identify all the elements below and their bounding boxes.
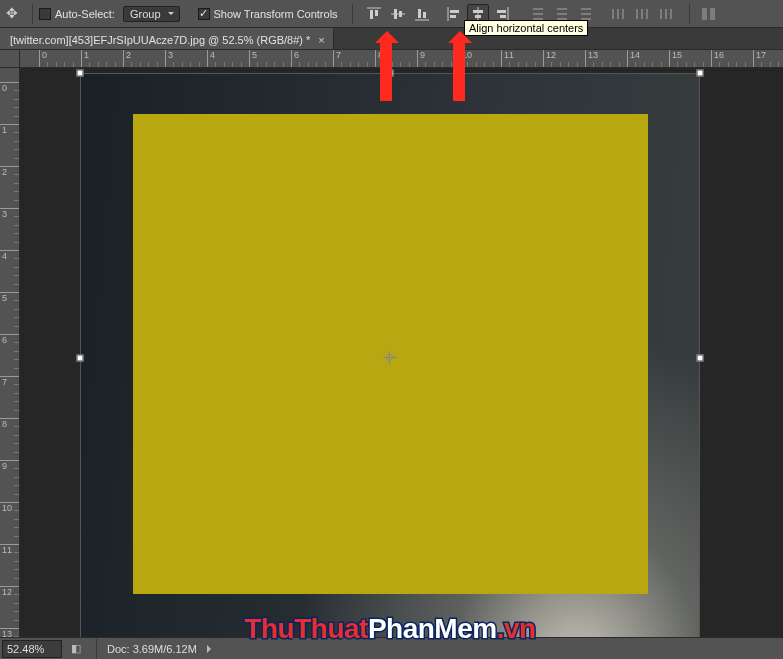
watermark-seg1: ThuThuat xyxy=(244,613,368,643)
distribute-horizontal-group xyxy=(607,4,677,24)
svg-rect-7 xyxy=(418,9,421,18)
svg-rect-37 xyxy=(710,8,715,20)
document-tab[interactable]: [twitter.com][453]EFJrSIpUUAcze7D.jpg @ … xyxy=(0,28,334,49)
svg-rect-10 xyxy=(450,10,459,13)
separator xyxy=(689,4,690,24)
svg-rect-14 xyxy=(475,15,481,18)
svg-rect-32 xyxy=(646,9,648,19)
transform-handle[interactable] xyxy=(697,70,704,77)
svg-rect-27 xyxy=(612,9,614,19)
svg-rect-25 xyxy=(581,13,591,15)
svg-rect-28 xyxy=(617,9,619,19)
transform-handle[interactable] xyxy=(697,355,704,362)
watermark-seg3: .vn xyxy=(497,613,536,643)
svg-rect-24 xyxy=(581,8,591,10)
svg-rect-4 xyxy=(394,9,397,19)
auto-select-target-dropdown[interactable]: Group xyxy=(123,6,180,22)
watermark-text: ThuThuatPhanMem.vn xyxy=(244,613,535,643)
svg-rect-2 xyxy=(375,10,378,16)
transform-handle[interactable] xyxy=(77,70,84,77)
document-info: Doc: 3.69M/6.12M xyxy=(107,643,197,655)
svg-rect-18 xyxy=(533,8,543,10)
auto-select-label: Auto-Select: xyxy=(55,8,115,20)
separator xyxy=(32,4,33,24)
callout-arrow xyxy=(375,19,397,101)
transform-center-icon[interactable] xyxy=(383,351,397,365)
auto-select-checkbox[interactable] xyxy=(39,8,51,20)
close-tab-icon[interactable]: × xyxy=(318,34,324,46)
svg-rect-34 xyxy=(665,9,667,19)
show-transform-label: Show Transform Controls xyxy=(214,8,338,20)
separator xyxy=(96,639,97,659)
expose-icon[interactable]: ◧ xyxy=(68,642,84,655)
svg-rect-36 xyxy=(702,8,707,20)
distribute-left-button[interactable] xyxy=(607,4,629,24)
watermark-seg2: PhanMem xyxy=(368,613,497,643)
ruler-origin[interactable] xyxy=(0,50,20,68)
document-info-menu-icon[interactable] xyxy=(207,645,215,653)
separator xyxy=(352,4,353,24)
svg-rect-29 xyxy=(622,9,624,19)
svg-rect-13 xyxy=(473,10,483,13)
ruler-vertical[interactable]: 012345678910111213 xyxy=(0,68,20,637)
svg-rect-30 xyxy=(636,9,638,19)
callout-arrow xyxy=(448,19,470,101)
svg-rect-31 xyxy=(641,9,643,19)
show-transform-checkbox[interactable] xyxy=(198,8,210,20)
svg-rect-19 xyxy=(533,13,543,15)
svg-rect-1 xyxy=(370,10,373,19)
zoom-level-field[interactable]: 52.48% xyxy=(2,640,62,658)
transform-handle[interactable] xyxy=(77,355,84,362)
align-to-button[interactable] xyxy=(698,4,720,24)
move-tool-icon xyxy=(6,7,20,21)
tooltip-align-hcenter: Align horizontal centers xyxy=(464,20,588,36)
canvas-viewport[interactable]: ThuThuatPhanMem.vn xyxy=(20,68,783,637)
svg-rect-16 xyxy=(497,10,506,13)
workspace: 01234567891011121314151617 0123456789101… xyxy=(0,50,783,637)
svg-rect-21 xyxy=(557,8,567,10)
svg-rect-33 xyxy=(660,9,662,19)
svg-rect-17 xyxy=(500,15,506,18)
align-bottom-edges-button[interactable] xyxy=(411,4,433,24)
distribute-right-button[interactable] xyxy=(655,4,677,24)
document-tab-title: [twitter.com][453]EFJrSIpUUAcze7D.jpg @ … xyxy=(10,34,310,46)
svg-rect-8 xyxy=(423,12,426,18)
svg-rect-5 xyxy=(399,11,402,17)
svg-rect-22 xyxy=(557,13,567,15)
svg-rect-35 xyxy=(670,9,672,19)
distribute-hcenter-button[interactable] xyxy=(631,4,653,24)
ruler-horizontal[interactable]: 01234567891011121314151617 xyxy=(20,50,783,68)
svg-rect-11 xyxy=(450,15,456,18)
